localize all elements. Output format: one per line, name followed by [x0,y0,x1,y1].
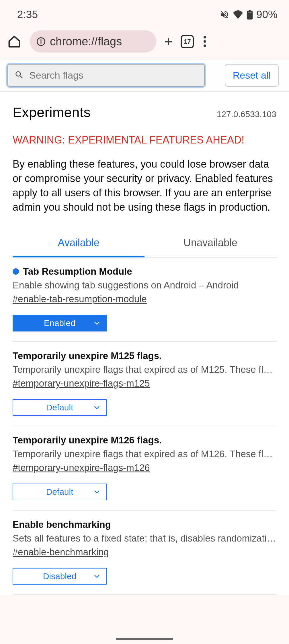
flag-item: Enable benchmarkingSets all features to … [13,511,276,595]
modified-dot-icon [13,268,19,275]
flag-title: Tab Resumption Module [23,266,132,277]
page-title: Experiments [13,104,91,120]
flag-item: Temporarily unexpire M126 flags.Temporar… [13,426,276,511]
flag-select-value: Disabled [43,571,77,581]
menu-icon[interactable] [201,36,209,47]
version-label: 127.0.6533.103 [216,109,276,119]
flag-description: Temporarily unexpire flags that expired … [13,364,276,375]
flag-description: Enable showing tab suggestions on Androi… [13,280,276,291]
svg-rect-0 [247,12,252,19]
flag-select-value: Default [46,487,73,497]
site-info-icon[interactable]: i [37,37,45,46]
flag-hash-link[interactable]: #temporary-unexpire-flags-m126 [13,462,150,473]
flag-select[interactable]: Disabled [13,568,107,585]
tab-unavailable[interactable]: Unavailable [144,231,276,257]
status-time: 2:35 [17,9,38,21]
search-input[interactable] [29,70,198,81]
mute-icon [220,10,229,20]
browser-toolbar: i chrome://flags + 17 [0,26,289,59]
new-tab-icon[interactable]: + [163,33,174,50]
flag-hash-link[interactable]: #temporary-unexpire-flags-m125 [13,378,150,389]
flag-select-value: Enabled [44,318,75,328]
warning-description: By enabling these features, you could lo… [13,157,276,214]
url-text: chrome://flags [50,35,122,48]
battery-percent: 90% [256,9,278,21]
flag-item: Temporarily unexpire M125 flags.Temporar… [13,342,276,426]
flag-select[interactable]: Default [13,484,107,500]
chevron-down-icon [94,575,100,578]
status-icons: 90% [220,9,278,21]
flag-select[interactable]: Enabled [13,315,107,331]
flag-item: Tab Resumption ModuleEnable showing tab … [13,257,276,342]
status-bar: 2:35 90% [0,0,289,26]
search-row: Reset all [0,59,289,92]
page-content: Reset all Experiments 127.0.6533.103 WAR… [0,59,289,595]
chevron-down-icon [94,490,100,494]
flag-description: Temporarily unexpire flags that expired … [13,449,276,459]
warning-heading: WARNING: EXPERIMENTAL FEATURES AHEAD! [13,134,276,146]
tabs: Available Unavailable [13,231,276,257]
reset-all-button[interactable]: Reset all [225,64,279,87]
tab-available[interactable]: Available [13,231,144,257]
flag-title: Temporarily unexpire M125 flags. [13,350,162,361]
search-box[interactable] [7,64,205,87]
search-icon [14,70,24,81]
battery-icon [247,10,253,20]
url-bar[interactable]: i chrome://flags [30,30,156,53]
tab-switcher-button[interactable]: 17 [181,35,194,48]
wifi-icon [233,10,243,19]
chevron-down-icon [94,321,100,325]
nav-handle[interactable] [116,638,173,640]
flag-select-value: Default [46,403,73,412]
chevron-down-icon [94,406,100,409]
home-icon[interactable] [7,35,21,49]
flag-hash-link[interactable]: #enable-benchmarking [13,547,109,558]
flag-description: Sets all features to a fixed state; that… [13,533,276,544]
flag-title: Temporarily unexpire M126 flags. [13,435,162,446]
flag-title: Enable benchmarking [13,519,111,530]
flag-select[interactable]: Default [13,399,107,416]
flag-hash-link[interactable]: #enable-tab-resumption-module [13,294,147,304]
